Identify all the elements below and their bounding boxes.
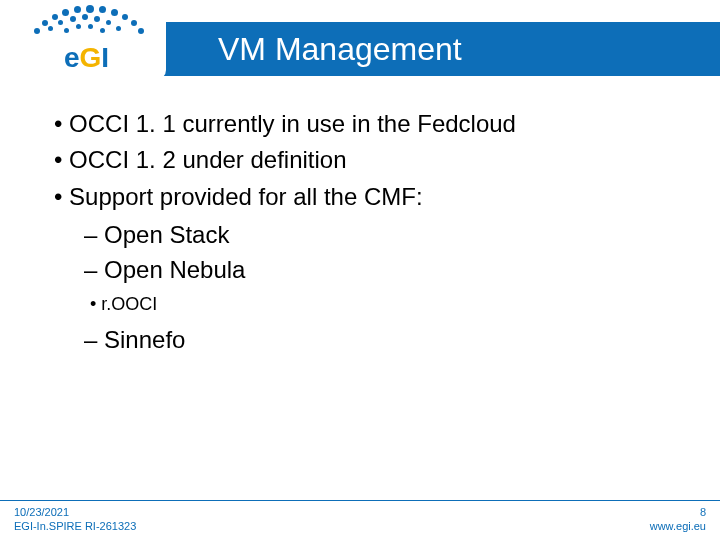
bullet-item: OCCI 1. 2 under definition [54,144,680,176]
title-bar: VM Management [148,22,720,76]
logo-text: e G I [64,42,108,74]
footer-project: EGI-In.SPIRE RI-261323 [14,520,136,534]
bullet-item: OCCI 1. 1 currently in use in the Fedclo… [54,108,680,140]
bullet-item: Support provided for all the CMF: [54,181,680,213]
footer-date: 10/23/2021 [14,506,136,520]
footer-page-number: 8 [650,506,706,520]
slide-title: VM Management [218,31,462,68]
sub-bullet-item: Sinnefo [84,324,680,356]
subsub-bullet-item: r.OOCI [90,292,680,316]
logo-letter-g: G [80,42,101,74]
slide-footer: 10/23/2021 EGI-In.SPIRE RI-261323 8 www.… [0,500,720,540]
bullet-list: OCCI 1. 1 currently in use in the Fedclo… [54,108,680,213]
sub-bullet-list: Sinnefo [84,324,680,356]
egi-logo: e G I [6,2,166,80]
logo-dots-icon [26,2,146,40]
sub-bullet-item: Open Nebula [84,254,680,286]
slide: VM Management e [0,0,720,540]
slide-body: OCCI 1. 1 currently in use in the Fedclo… [54,108,680,359]
sub-bullet-list: Open Stack Open Nebula [84,219,680,286]
subsub-bullet-list: r.OOCI [90,292,680,316]
logo-letter-i: I [101,42,108,74]
footer-right: 8 www.egi.eu [650,506,706,534]
footer-url: www.egi.eu [650,520,706,534]
sub-bullet-item: Open Stack [84,219,680,251]
logo-letter-e: e [64,42,79,74]
footer-left: 10/23/2021 EGI-In.SPIRE RI-261323 [14,506,136,534]
